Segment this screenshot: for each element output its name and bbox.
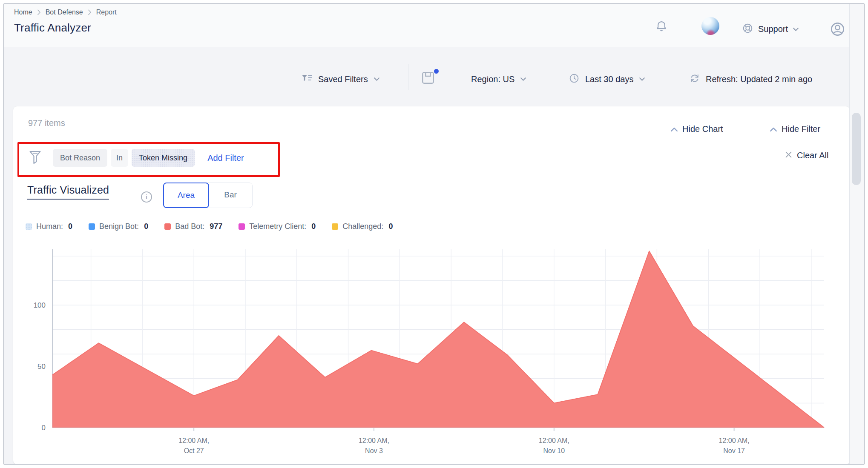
- region-dropdown[interactable]: Region: US: [471, 71, 526, 87]
- saved-filters-label: Saved Filters: [318, 74, 368, 84]
- refresh-icon: [689, 73, 700, 86]
- funnel-icon: [29, 150, 42, 167]
- legend-item-human[interactable]: Human:0: [26, 222, 72, 231]
- chevron-down-icon: [520, 75, 526, 83]
- scrollbar-thumb[interactable]: [852, 113, 861, 185]
- legend-item-challenged[interactable]: Challenged:0: [332, 222, 393, 231]
- save-icon: [421, 79, 435, 86]
- clear-all-button[interactable]: Clear All: [785, 151, 828, 160]
- traffic-visualized-title[interactable]: Traffic Visualized: [27, 184, 109, 200]
- breadcrumb-bot-defense[interactable]: Bot Defense: [46, 9, 83, 16]
- time-range-label: Last 30 days: [585, 74, 633, 84]
- legend-swatch: [89, 223, 95, 230]
- clear-all-label: Clear All: [797, 151, 828, 160]
- breadcrumb: Home Bot Defense Report: [14, 9, 117, 16]
- traffic-chart-svg: 12:00 AM,Oct 2712:00 AM,Nov 312:00 AM,No…: [13, 234, 850, 459]
- legend-item-benign-bot[interactable]: Benign Bot:0: [89, 222, 148, 231]
- legend-item-telemetry-client[interactable]: Telemetry Client:0: [239, 222, 316, 231]
- chevron-down-icon: [793, 26, 799, 33]
- legend-value: 0: [311, 222, 316, 231]
- bell-icon: [655, 20, 668, 35]
- hide-filter-toggle[interactable]: Hide Filter: [770, 124, 820, 134]
- svg-text:12:00 AM,: 12:00 AM,: [178, 437, 209, 444]
- info-icon[interactable]: i: [141, 191, 152, 203]
- lifebuoy-icon: [742, 23, 753, 36]
- legend-label: Benign Bot:: [99, 222, 139, 231]
- report-toolbar: Saved Filters Region: US: [4, 47, 864, 94]
- legend-value: 0: [144, 222, 148, 231]
- clock-icon: [569, 73, 580, 86]
- user-icon: [830, 21, 845, 39]
- header-divider: [686, 12, 686, 31]
- traffic-chart: 12:00 AM,Oct 2712:00 AM,Nov 312:00 AM,No…: [13, 234, 850, 459]
- svg-text:100: 100: [34, 301, 46, 309]
- svg-text:0: 0: [42, 424, 46, 432]
- legend-swatch: [332, 223, 338, 230]
- chevron-down-icon: [374, 75, 380, 83]
- unsaved-changes-dot: [434, 69, 439, 74]
- hide-chart-label: Hide Chart: [682, 124, 723, 134]
- filter-bar: Bot Reason In Token Missing Add Filter: [29, 149, 244, 167]
- add-filter-button[interactable]: Add Filter: [207, 153, 244, 163]
- save-filter-button[interactable]: [421, 71, 438, 88]
- legend-label: Challenged:: [342, 222, 383, 231]
- legend-value: 0: [68, 222, 72, 231]
- legend-item-bad-bot[interactable]: Bad Bot:977: [164, 222, 222, 231]
- legend-label: Human:: [36, 222, 63, 231]
- svg-text:Oct 27: Oct 27: [184, 447, 204, 454]
- svg-text:12:00 AM,: 12:00 AM,: [539, 437, 569, 444]
- svg-text:12:00 AM,: 12:00 AM,: [359, 437, 389, 444]
- close-icon: [785, 151, 792, 160]
- legend-value: 0: [388, 222, 393, 231]
- breadcrumb-home-link[interactable]: Home: [14, 9, 32, 16]
- refresh-button[interactable]: Refresh: Updated 2 min ago: [689, 71, 812, 87]
- region-label: Region: US: [471, 74, 514, 84]
- chart-legend: Human:0Benign Bot:0Bad Bot:977Telemetry …: [26, 222, 393, 231]
- notifications-button[interactable]: [655, 20, 668, 35]
- items-count: 977 items: [28, 118, 65, 128]
- chevron-down-icon: [639, 75, 645, 83]
- avatar[interactable]: [701, 17, 719, 35]
- svg-text:50: 50: [37, 362, 46, 371]
- scrollbar-track[interactable]: [849, 4, 864, 464]
- chevron-up-icon: [770, 124, 777, 134]
- time-range-dropdown[interactable]: Last 30 days: [569, 71, 645, 87]
- chevron-up-icon: [670, 124, 678, 134]
- saved-filters-dropdown[interactable]: Saved Filters: [301, 71, 380, 87]
- legend-label: Telemetry Client:: [249, 222, 306, 231]
- refresh-status-label: Refresh: Updated 2 min ago: [706, 74, 812, 84]
- legend-swatch: [164, 223, 171, 230]
- svg-text:Nov 10: Nov 10: [543, 447, 565, 454]
- filter-operator-pill[interactable]: In: [111, 149, 128, 167]
- hide-chart-toggle[interactable]: Hide Chart: [670, 124, 723, 134]
- chevron-right-icon: [88, 9, 92, 15]
- report-card: 977 items Hide Chart Hide Filter Bot Rea…: [13, 106, 850, 464]
- svg-text:Nov 3: Nov 3: [365, 447, 383, 454]
- filter-list-icon: [301, 73, 313, 85]
- area-view-button[interactable]: Area: [163, 183, 209, 208]
- app-viewport: Home Bot Defense Report Traffic Analyzer: [4, 4, 864, 464]
- breadcrumb-report: Report: [96, 9, 117, 16]
- page-header: Home Bot Defense Report Traffic Analyzer: [4, 4, 864, 47]
- legend-swatch: [239, 223, 245, 230]
- legend-value: 977: [210, 222, 222, 231]
- legend-swatch: [26, 223, 32, 230]
- svg-text:Nov 17: Nov 17: [723, 447, 745, 454]
- support-label: Support: [758, 24, 788, 34]
- chart-view-toggle: Area Bar: [163, 183, 253, 208]
- filter-field-pill[interactable]: Bot Reason: [53, 149, 107, 167]
- page-title: Traffic Analyzer: [14, 21, 91, 34]
- bar-view-button[interactable]: Bar: [209, 183, 252, 207]
- filter-value-pill[interactable]: Token Missing: [132, 149, 195, 167]
- hide-filter-label: Hide Filter: [782, 124, 820, 134]
- support-menu[interactable]: Support: [742, 23, 799, 36]
- toolbar-divider: [408, 64, 408, 90]
- chevron-right-icon: [37, 9, 41, 15]
- svg-text:12:00 AM,: 12:00 AM,: [719, 437, 750, 444]
- legend-label: Bad Bot:: [175, 222, 204, 231]
